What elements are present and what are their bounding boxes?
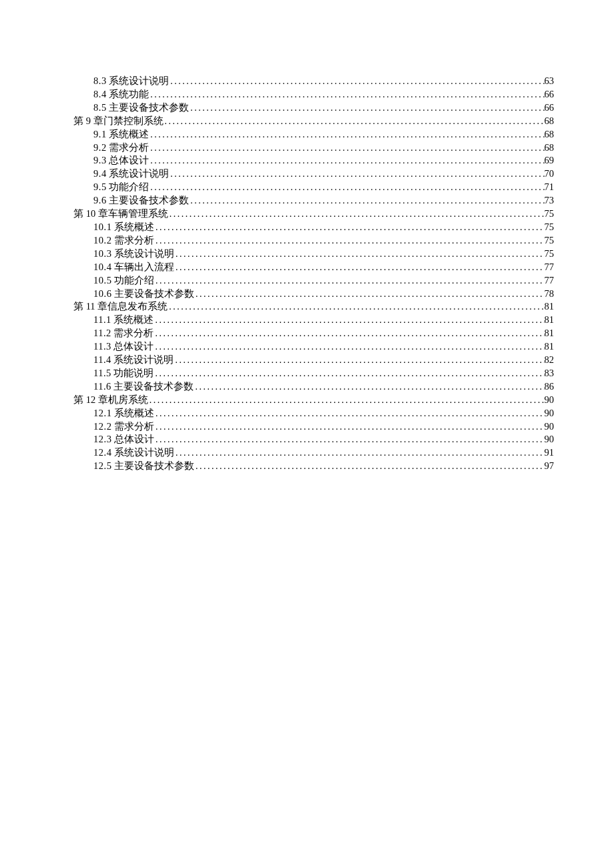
toc-entry-page: 73 (545, 194, 555, 207)
toc-leader-dots (149, 154, 544, 167)
toc-leader-dots (154, 314, 544, 327)
toc-sub-entry: 10.4 车辆出入流程77 (73, 261, 554, 274)
toc-entry-page: 91 (545, 446, 555, 460)
toc-entry-title: 总体设计 (111, 341, 154, 352)
toc-leader-dots (154, 407, 545, 420)
toc-leader-dots (194, 380, 544, 394)
toc-entry-page: 90 (545, 394, 555, 407)
toc-entry-page: 81 (545, 300, 555, 314)
toc-entry-label: 11.5 功能说明 (93, 367, 154, 380)
toc-sub-entry: 12.2 需求分析90 (73, 420, 554, 434)
toc-leader-dots (174, 354, 544, 367)
toc-entry-number: 10.6 (93, 288, 111, 299)
toc-entry-page: 90 (545, 420, 555, 434)
toc-entry-number: 第 11 章 (73, 301, 107, 312)
toc-entry-label: 10.3 系统设计说明 (93, 248, 174, 261)
toc-sub-entry: 10.2 需求分析75 (73, 234, 554, 248)
toc-entry-page: 81 (545, 327, 555, 340)
toc-entry-number: 11.3 (93, 341, 111, 352)
toc-leader-dots (148, 394, 545, 407)
toc-entry-label: 9.4 系统设计说明 (93, 167, 169, 181)
toc-entry-title: 车辆管理系统 (108, 208, 168, 219)
toc-entry-number: 10.4 (93, 262, 111, 272)
toc-entry-label: 10.6 主要设备技术参数 (93, 288, 194, 301)
toc-entry-number: 第 12 章 (73, 394, 108, 405)
toc-entry-number: 9.3 (93, 155, 107, 165)
toc-entry-title: 需求分析 (111, 421, 154, 432)
toc-entry-number: 10.5 (93, 275, 111, 286)
toc-entry-label: 9.1 系统概述 (93, 128, 149, 141)
toc-entry-page: 70 (545, 167, 555, 181)
toc-entry-label: 第 9 章门禁控制系统 (73, 115, 164, 128)
toc-sub-entry: 8.3 系统设计说明63 (73, 75, 554, 88)
toc-entry-number: 10.1 (93, 222, 111, 232)
toc-entry-title: 功能说明 (111, 368, 154, 378)
toc-entry-title: 总体设计 (111, 434, 154, 444)
toc-entry-label: 8.5 主要设备技术参数 (93, 101, 189, 115)
toc-entry-label: 第 10 章车辆管理系统 (73, 207, 168, 221)
toc-entry-page: 69 (545, 154, 555, 167)
toc-entry-label: 12.2 需求分析 (93, 420, 154, 434)
toc-entry-page: 81 (545, 340, 555, 354)
toc-sub-entry: 10.1 系统概述75 (73, 221, 554, 234)
toc-sub-entry: 11.5 功能说明83 (73, 367, 554, 380)
toc-entry-label: 11.4 系统设计说明 (93, 354, 174, 367)
toc-leader-dots (149, 128, 544, 141)
toc-leader-dots (189, 194, 544, 207)
toc-leader-dots (164, 115, 545, 128)
toc-entry-number: 10.3 (93, 248, 111, 259)
toc-sub-entry: 10.3 系统设计说明75 (73, 248, 554, 261)
toc-entry-label: 9.2 需求分析 (93, 141, 149, 155)
toc-leader-dots (174, 446, 545, 460)
toc-entry-number: 9.2 (93, 142, 107, 153)
toc-leader-dots (154, 274, 545, 288)
toc-leader-dots (194, 460, 545, 473)
toc-sub-entry: 8.5 主要设备技术参数66 (73, 101, 554, 115)
toc-entry-page: 83 (545, 367, 555, 380)
toc-leader-dots (154, 340, 544, 354)
toc-entry-page: 75 (545, 248, 555, 261)
toc-entry-title: 主要设备技术参数 (111, 288, 194, 299)
toc-sub-entry: 11.3 总体设计81 (73, 340, 554, 354)
toc-leader-dots (154, 234, 545, 248)
toc-entry-label: 10.4 车辆出入流程 (93, 261, 174, 274)
toc-sub-entry: 12.4 系统设计说明91 (73, 446, 554, 460)
toc-sub-entry: 8.4 系统功能66 (73, 88, 554, 101)
toc-entry-number: 12.3 (93, 434, 111, 444)
toc-entry-number: 12.2 (93, 421, 111, 432)
toc-entry-page: 63 (545, 75, 555, 88)
toc-sub-entry: 12.3 总体设计90 (73, 433, 554, 446)
toc-leader-dots (169, 167, 544, 181)
toc-entry-label: 第 11 章信息发布系统 (73, 300, 168, 314)
toc-leader-dots (194, 288, 545, 301)
toc-chapter-entry: 第 9 章门禁控制系统68 (73, 115, 554, 128)
toc-sub-entry: 10.5 功能介绍77 (73, 274, 554, 288)
toc-entry-page: 68 (545, 141, 555, 155)
toc-sub-entry: 11.4 系统设计说明82 (73, 354, 554, 367)
toc-entry-title: 门禁控制系统 (103, 115, 164, 126)
toc-entry-title: 功能介绍 (111, 275, 154, 286)
toc-entry-number: 第 10 章 (73, 208, 108, 219)
toc-entry-title: 系统功能 (107, 89, 149, 99)
toc-entry-page: 97 (545, 460, 555, 473)
toc-entry-page: 90 (545, 433, 555, 446)
toc-sub-entry: 10.6 主要设备技术参数78 (73, 288, 554, 301)
toc-entry-page: 77 (545, 261, 555, 274)
toc-entry-page: 90 (545, 407, 555, 420)
toc-leader-dots (154, 420, 545, 434)
toc-entry-title: 需求分析 (107, 142, 149, 153)
toc-chapter-entry: 第 12 章机房系统90 (73, 394, 554, 407)
toc-leader-dots (174, 261, 545, 274)
toc-entry-number: 8.3 (93, 75, 107, 86)
toc-entry-page: 82 (545, 354, 555, 367)
toc-entry-page: 75 (545, 207, 555, 221)
toc-entry-label: 11.2 需求分析 (93, 327, 154, 340)
toc-entry-title: 系统设计说明 (111, 447, 174, 458)
toc-entry-page: 71 (545, 181, 555, 194)
toc-entry-label: 8.4 系统功能 (93, 88, 149, 101)
toc-entry-title: 主要设备技术参数 (107, 102, 190, 113)
toc-entry-title: 机房系统 (108, 394, 148, 405)
toc-leader-dots (169, 75, 544, 88)
toc-entry-number: 8.5 (93, 102, 107, 113)
toc-entry-page: 86 (545, 380, 555, 394)
